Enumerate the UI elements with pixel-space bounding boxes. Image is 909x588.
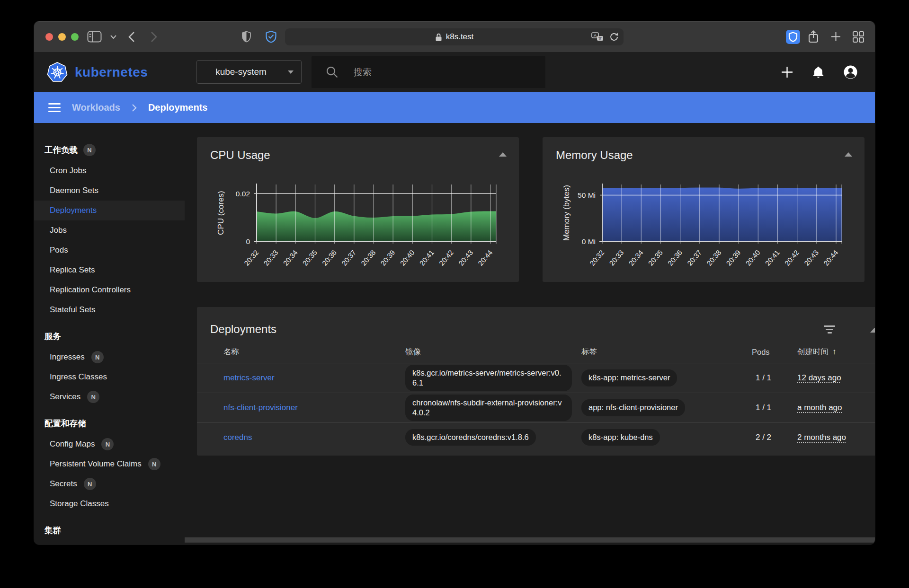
sidebar-item-services[interactable]: ServicesN bbox=[34, 387, 185, 407]
filter-icon[interactable] bbox=[824, 325, 835, 333]
translate-icon[interactable]: A 文 bbox=[591, 32, 604, 42]
svg-text:20:44: 20:44 bbox=[822, 248, 839, 267]
sidebar-item-secrets[interactable]: SecretsN bbox=[34, 474, 185, 494]
sidebar-item-persistent-volume-claims[interactable]: Persistent Volume ClaimsN bbox=[34, 454, 185, 474]
bitwarden-extension-button[interactable] bbox=[786, 21, 800, 52]
pods-cell: 1 / 1 bbox=[752, 373, 797, 383]
pods-cell: 1 / 1 bbox=[752, 403, 797, 412]
kubernetes-logo[interactable]: kubernetes bbox=[46, 52, 148, 92]
sidebar-item-config-maps[interactable]: Config MapsN bbox=[34, 434, 185, 454]
sidebar-section-集群: 集群 bbox=[34, 519, 185, 541]
created-cell-wrap: 2 months ago bbox=[797, 433, 875, 442]
new-tab-button[interactable] bbox=[831, 21, 841, 52]
collapse-arrow-icon[interactable] bbox=[499, 152, 507, 157]
column-header-label: 镜像 bbox=[405, 347, 421, 357]
address-bar[interactable]: k8s.test A 文 bbox=[285, 28, 624, 45]
svg-text:20:38: 20:38 bbox=[359, 248, 377, 267]
tab-overview-button[interactable] bbox=[853, 21, 864, 52]
deployments-table-title: Deployments bbox=[210, 323, 276, 336]
minimize-button[interactable] bbox=[58, 33, 66, 41]
sidebar-item-cron-jobs[interactable]: Cron Jobs bbox=[34, 161, 185, 181]
sidebar-item-stateful-sets[interactable]: Stateful Sets bbox=[34, 300, 185, 320]
label-cell: k8s-app: kube-dns bbox=[581, 429, 752, 446]
forward-button[interactable] bbox=[151, 21, 158, 52]
sidebar-section-title: 工作负载 bbox=[45, 144, 78, 156]
grid-icon bbox=[853, 31, 864, 43]
deployments-card: Deployments 名称镜像标签Pods创建时间↑ metrics-serv… bbox=[197, 307, 875, 456]
sidebar-item-jobs[interactable]: Jobs bbox=[34, 220, 185, 240]
sidebar-item-label: Config Maps bbox=[50, 439, 95, 449]
image-cell: k8s.gcr.io/coredns/coredns:v1.8.6 bbox=[405, 429, 581, 446]
new-badge: N bbox=[101, 438, 114, 450]
search-icon bbox=[326, 66, 339, 79]
svg-text:0.02: 0.02 bbox=[236, 190, 250, 198]
sidebar-item-replica-sets[interactable]: Replica Sets bbox=[34, 260, 185, 280]
browser-toolbar: k8s.test A 文 bbox=[34, 21, 875, 52]
svg-text:CPU (cores): CPU (cores) bbox=[216, 191, 225, 235]
horizontal-scrollbar[interactable] bbox=[185, 537, 875, 543]
memory-usage-card: Memory Usage 50 Mi0 MiMemory (bytes)20:3… bbox=[543, 137, 864, 282]
chevron-left-icon bbox=[128, 31, 135, 43]
new-badge: N bbox=[87, 391, 99, 403]
search-input[interactable] bbox=[354, 67, 534, 78]
sidebar-item-ingress-classes[interactable]: Ingress Classes bbox=[34, 367, 185, 387]
collapse-arrow-icon[interactable] bbox=[870, 328, 875, 333]
svg-text:20:43: 20:43 bbox=[802, 248, 820, 267]
column-header-label: 名称 bbox=[223, 347, 239, 357]
sidebar-item-replication-controllers[interactable]: Replication Controllers bbox=[34, 280, 185, 300]
menu-button[interactable] bbox=[48, 103, 61, 112]
svg-text:20:44: 20:44 bbox=[476, 248, 494, 267]
deployment-name-link[interactable]: nfs-client-provisioner bbox=[223, 403, 298, 412]
svg-text:20:32: 20:32 bbox=[242, 248, 260, 267]
sidebar-item-label: Ingresses bbox=[50, 352, 85, 362]
sidebar-toggle-button[interactable] bbox=[87, 21, 102, 52]
svg-text:文: 文 bbox=[598, 36, 602, 41]
table-row-nfs-client-provisioner: nfs-client-provisionerchronolaw/nfs-subd… bbox=[197, 393, 875, 422]
svg-text:20:38: 20:38 bbox=[705, 248, 722, 267]
notifications-button[interactable] bbox=[812, 66, 824, 79]
close-button[interactable] bbox=[45, 33, 53, 41]
label-chip: k8s-app: metrics-server bbox=[581, 369, 677, 386]
column-header-名称[interactable]: 名称 bbox=[223, 347, 405, 357]
deployment-name-link[interactable]: coredns bbox=[223, 433, 252, 442]
sidebar-menu-chevron[interactable] bbox=[110, 21, 117, 52]
extension-shield-check-button[interactable] bbox=[265, 21, 277, 52]
app-header: kubernetes kube-system bbox=[34, 52, 875, 92]
browser-window: k8s.test A 文 bbox=[34, 21, 875, 544]
label-cell: app: nfs-client-provisioner bbox=[581, 399, 752, 416]
sidebar-item-ingresses[interactable]: IngressesN bbox=[34, 347, 185, 367]
privacy-report-button[interactable] bbox=[241, 21, 251, 52]
sidebar-section-工作负载: 工作负载N bbox=[34, 139, 185, 161]
sidebar-item-pods[interactable]: Pods bbox=[34, 240, 185, 260]
create-resource-button[interactable] bbox=[781, 66, 793, 79]
namespace-selector[interactable]: kube-system bbox=[196, 60, 302, 84]
lock-icon bbox=[435, 33, 442, 42]
svg-text:20:39: 20:39 bbox=[724, 248, 742, 267]
back-button[interactable] bbox=[128, 21, 135, 52]
reload-button[interactable] bbox=[609, 32, 619, 42]
label-chip: app: nfs-client-provisioner bbox=[581, 399, 685, 416]
sidebar-item-label: Secrets bbox=[50, 479, 77, 489]
search-bar[interactable] bbox=[312, 56, 545, 88]
sidebar-item-storage-classes[interactable]: Storage Classes bbox=[34, 494, 185, 514]
share-icon bbox=[808, 30, 819, 44]
account-button[interactable] bbox=[843, 65, 858, 79]
svg-text:20:41: 20:41 bbox=[764, 248, 781, 267]
sidebar-item-daemon-sets[interactable]: Daemon Sets bbox=[34, 181, 185, 201]
address-text: k8s.test bbox=[446, 32, 474, 42]
sidebar-item-deployments[interactable]: Deployments bbox=[34, 201, 185, 220]
sidebar-item-label: Persistent Volume Claims bbox=[50, 459, 142, 469]
pods-cell: 2 / 2 bbox=[752, 433, 797, 442]
bell-icon bbox=[812, 66, 824, 79]
breadcrumb-parent[interactable]: Workloads bbox=[72, 102, 120, 113]
column-header-label: 创建时间 bbox=[797, 347, 829, 357]
svg-text:20:37: 20:37 bbox=[686, 248, 703, 267]
zoom-button[interactable] bbox=[71, 33, 79, 41]
chevron-right-icon bbox=[151, 31, 158, 43]
share-button[interactable] bbox=[808, 21, 819, 52]
deployment-name-link[interactable]: metrics-server bbox=[223, 373, 275, 382]
column-header-创建时间[interactable]: 创建时间↑ bbox=[797, 347, 875, 357]
breadcrumb-bar: Workloads Deployments bbox=[34, 92, 875, 123]
kubernetes-wheel-icon bbox=[46, 61, 68, 83]
collapse-arrow-icon[interactable] bbox=[845, 152, 852, 157]
